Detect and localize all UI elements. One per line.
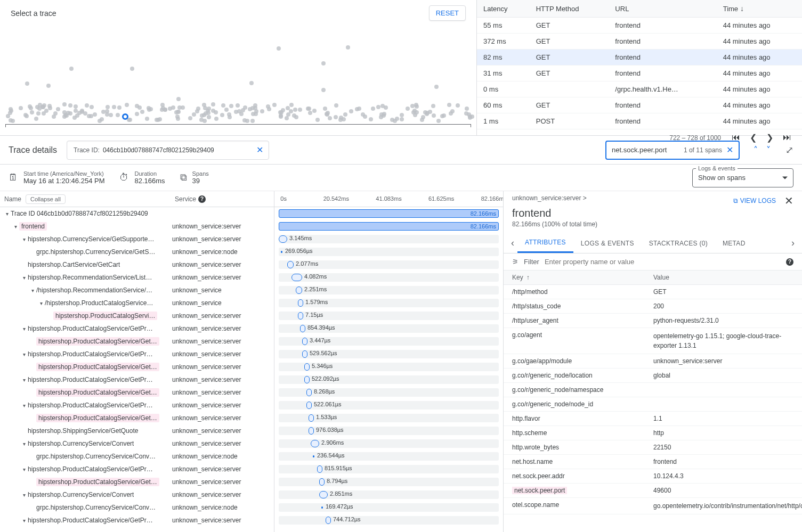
table-row[interactable]: 372 msGETfrontend44 minutes ago bbox=[477, 34, 802, 50]
help-icon[interactable]: ? bbox=[198, 195, 206, 203]
scatter-point[interactable] bbox=[100, 117, 104, 121]
table-row[interactable]: 0 ms/grpc.health.v1.He…44 minutes ago bbox=[477, 81, 802, 97]
scatter-point[interactable] bbox=[289, 103, 294, 107]
scatter-point[interactable] bbox=[440, 114, 444, 118]
table-row[interactable]: 31 msGETfrontend44 minutes ago bbox=[477, 66, 802, 81]
span-row[interactable]: ▾/hipstershop.ProductCatalogService…unkn… bbox=[0, 297, 274, 309]
span-row[interactable]: grpc.hipstershop.CurrencyService/Conv…un… bbox=[0, 501, 274, 514]
col-url[interactable]: URL bbox=[609, 0, 716, 18]
scatter-point[interactable] bbox=[202, 119, 207, 123]
tab-metadata[interactable]: METAD bbox=[715, 234, 753, 252]
tabs-next-icon[interactable]: › bbox=[788, 238, 798, 249]
scatter-point[interactable] bbox=[434, 85, 439, 89]
span-row[interactable]: hipstershop.ProductCatalogService/Get…un… bbox=[0, 476, 274, 488]
span-row[interactable]: ▾hipstershop.ProductCatalogService/GetPr… bbox=[0, 463, 274, 476]
search-next-icon[interactable]: ˅ bbox=[766, 145, 771, 155]
scatter-point[interactable] bbox=[312, 109, 317, 113]
scatter-point[interactable] bbox=[349, 109, 353, 113]
search-prev-icon[interactable]: ˄ bbox=[754, 145, 758, 155]
scatter-point[interactable] bbox=[250, 119, 255, 123]
span-row[interactable]: ▾hipstershop.ProductCatalogService/GetPr… bbox=[0, 322, 274, 335]
attribute-row[interactable]: g.co/r/generic_node/locationglobal bbox=[504, 369, 802, 383]
scatter-point[interactable] bbox=[64, 113, 69, 118]
waterfall-row[interactable]: 815.915µs bbox=[274, 463, 503, 476]
span-row[interactable]: ▾hipstershop.ProductCatalogService/GetPr… bbox=[0, 399, 274, 412]
waterfall-row[interactable]: 236.544µs bbox=[274, 450, 503, 463]
waterfall-row[interactable]: 1.579ms bbox=[274, 297, 503, 309]
span-row[interactable]: ▾hipstershop.ProductCatalogService/GetPr… bbox=[0, 514, 274, 527]
scatter-point[interactable] bbox=[279, 113, 283, 118]
scatter-point[interactable] bbox=[456, 103, 460, 108]
tab-logs-events[interactable]: LOGS & EVENTS bbox=[573, 234, 642, 252]
waterfall-row[interactable]: 854.394µs bbox=[274, 322, 503, 335]
waterfall-row[interactable]: 3.447µs bbox=[274, 335, 503, 348]
expand-caret-icon[interactable]: ▾ bbox=[20, 236, 28, 242]
expand-caret-icon[interactable]: ▾ bbox=[20, 326, 28, 332]
span-row[interactable]: hipstershop.ShippingService/GetQuoteunkn… bbox=[0, 424, 274, 437]
scatter-point[interactable] bbox=[400, 113, 404, 117]
scatter-point[interactable] bbox=[382, 112, 386, 116]
table-row[interactable]: 1 msPOSTfrontend44 minutes ago bbox=[477, 113, 802, 129]
scatter-point[interactable] bbox=[468, 114, 472, 119]
attribute-row[interactable]: g.co/gae/app/moduleunknown_service:serve… bbox=[504, 354, 802, 369]
scatter-point[interactable] bbox=[48, 106, 52, 110]
waterfall-row[interactable]: 522.092µs bbox=[274, 373, 503, 386]
scatter-point[interactable] bbox=[376, 105, 380, 109]
table-row[interactable]: 60 msGETfrontend44 minutes ago bbox=[477, 97, 802, 113]
kv-value-header[interactable]: Value bbox=[653, 274, 669, 281]
scatter-point[interactable] bbox=[207, 107, 211, 111]
scatter-point[interactable] bbox=[346, 45, 350, 50]
waterfall-row[interactable]: 8.794µs bbox=[274, 476, 503, 488]
scatter-point[interactable] bbox=[106, 105, 110, 109]
waterfall-row[interactable]: 2.077ms bbox=[274, 258, 503, 271]
attribute-row[interactable]: g.co/agentopentelemetry-go 1.15.1; googl… bbox=[504, 328, 802, 354]
scatter-point[interactable] bbox=[25, 114, 29, 118]
attribute-row[interactable]: /http/methodGET bbox=[504, 285, 802, 299]
table-row[interactable]: 82 msGETfrontend44 minutes ago bbox=[477, 50, 802, 66]
view-logs-link[interactable]: ⧉VIEW LOGS bbox=[733, 197, 776, 204]
scatter-point[interactable] bbox=[321, 88, 326, 92]
scatter-point[interactable] bbox=[211, 102, 215, 107]
span-row[interactable]: hipstershop.ProductCatalogService/Get…un… bbox=[0, 335, 274, 348]
clear-search-icon[interactable]: ✕ bbox=[725, 145, 734, 155]
table-row[interactable]: 55 msGETfrontend44 minutes ago bbox=[477, 18, 802, 34]
span-row[interactable]: ▾hipstershop.CurrencyService/Convertunkn… bbox=[0, 437, 274, 450]
scatter-point[interactable] bbox=[343, 112, 347, 117]
scatter-point[interactable] bbox=[8, 111, 12, 115]
scatter-point[interactable] bbox=[130, 67, 134, 71]
attribute-row[interactable]: net.sock.peer.addr10.124.4.3 bbox=[504, 469, 802, 484]
scatter-plot[interactable] bbox=[5, 26, 471, 135]
scatter-point[interactable] bbox=[206, 111, 210, 115]
scatter-point[interactable] bbox=[239, 112, 244, 116]
scatter-point[interactable] bbox=[34, 117, 38, 121]
waterfall-row[interactable]: 2.851ms bbox=[274, 488, 503, 501]
collapse-all-button[interactable]: Collapse all bbox=[26, 194, 66, 204]
attribute-row[interactable]: g.co/r/generic_node/node_id bbox=[504, 397, 802, 412]
expand-caret-icon[interactable]: ▾ bbox=[37, 300, 45, 306]
waterfall-row[interactable]: 522.061µs bbox=[274, 399, 503, 412]
scatter-point[interactable] bbox=[42, 111, 46, 116]
scatter-point[interactable] bbox=[411, 110, 416, 114]
attribute-row[interactable]: net.host.namefrontend bbox=[504, 455, 802, 469]
expand-caret-icon[interactable]: ▾ bbox=[12, 224, 19, 230]
scatter-point[interactable] bbox=[249, 81, 254, 85]
attribute-row[interactable]: otel.scope.namego.opentelemetry.io/contr… bbox=[504, 498, 802, 514]
scatter-point[interactable] bbox=[242, 118, 247, 122]
waterfall-row[interactable]: 7.15µs bbox=[274, 309, 503, 322]
attribute-row[interactable]: http.flavor1.1 bbox=[504, 412, 802, 426]
expand-icon[interactable]: ⤢ bbox=[785, 144, 793, 156]
waterfall-row[interactable]: 2.906ms bbox=[274, 437, 503, 450]
waterfall-row[interactable]: 269.056µs bbox=[274, 245, 503, 258]
tab-attributes[interactable]: ATTRIBUTES bbox=[517, 233, 573, 253]
scatter-point[interactable] bbox=[221, 103, 225, 108]
scatter-point[interactable] bbox=[125, 103, 129, 107]
scatter-point[interactable] bbox=[406, 107, 410, 111]
scatter-point[interactable] bbox=[420, 118, 424, 122]
trace-id-input[interactable]: Trace ID: 046cb1b0d07888747cf8021259b294… bbox=[67, 141, 269, 160]
expand-caret-icon[interactable]: ▾ bbox=[20, 466, 28, 472]
scatter-point[interactable] bbox=[323, 107, 327, 111]
attribute-row[interactable]: http.schemehttp bbox=[504, 426, 802, 440]
scatter-point[interactable] bbox=[307, 107, 311, 111]
scatter-point[interactable] bbox=[220, 113, 224, 117]
span-row[interactable]: ▾hipstershop.ProductCatalogService/GetPr… bbox=[0, 373, 274, 386]
